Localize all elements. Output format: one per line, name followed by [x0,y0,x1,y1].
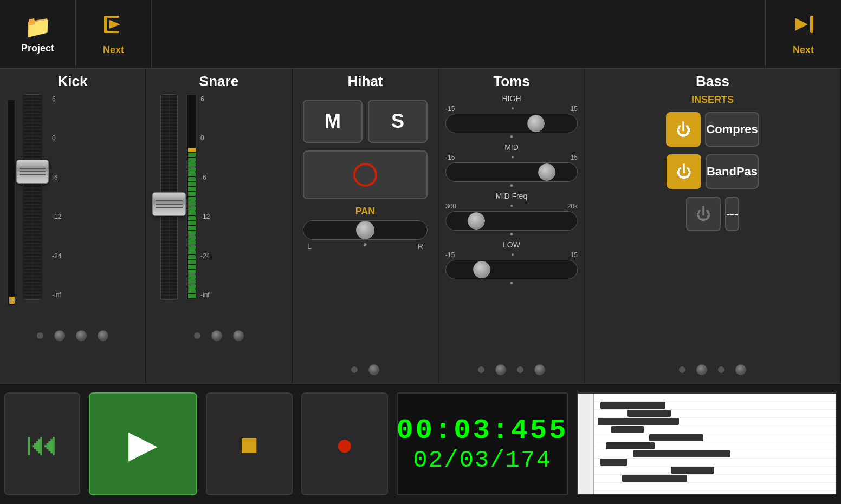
piano-note [627,410,671,417]
bass-title: Bass [696,73,729,90]
kick-footer-knob3[interactable] [98,330,108,341]
kick-scale: 6 0 -6 -12 -24 -inf [52,94,61,300]
project-label: Project [21,43,54,54]
piano-note [671,467,714,474]
hihat-record-button[interactable] [303,150,428,199]
insert2-name-button[interactable]: BandPas [706,154,759,189]
project-button[interactable]: 📁 Project [0,0,76,68]
toms-footer-knob1[interactable] [495,364,506,375]
insert3-row: ⏻ --- [686,197,739,231]
bottom-bar: ⏮ ▶ ■ ● 00:03:455 02/03/174 [0,383,841,504]
bass-footer-knob1[interactable] [696,364,707,375]
inserts-label: INSERTS [691,94,734,106]
kick-title: Kick [58,73,88,90]
low-slider[interactable] [445,260,578,279]
mid-label: MID [445,143,578,152]
mid-min: -15 [445,154,455,161]
stop-button[interactable]: ■ [206,392,293,495]
toms-title: Toms [493,73,529,90]
svg-rect-0 [104,16,107,33]
piano-note [622,475,687,482]
mid-freq-label: MID Freq [445,192,578,200]
play-button[interactable]: ▶ [89,392,197,495]
snare-channel: Snare [146,69,293,383]
low-range: -15 ● 15 [445,251,578,259]
kick-fader-handle[interactable] [16,160,49,184]
toms-eq: HIGH -15 ● 15 MID -15 ● 15 MID F [445,94,578,282]
bass-channel: Bass INSERTS ⏻ Compres ⏻ BandPas ⏻ [585,69,841,383]
snare-footer [194,327,244,344]
kick-footer-knob2[interactable] [76,330,87,341]
snare-footer-knob1[interactable] [211,330,222,341]
mid-freq-max: 20k [567,202,578,210]
mute-label: M [325,110,341,133]
insert2-row: ⏻ BandPas [667,154,759,189]
hihat-mute-button[interactable]: M [303,100,363,143]
kick-small-meter [8,100,15,305]
piano-note [649,434,703,441]
snare-meter [186,94,196,300]
time-display: 00:03:455 02/03/174 [397,392,568,495]
power-icon: ⏻ [676,121,691,139]
snare-footer-knob2[interactable] [233,330,244,341]
bass-footer-dot1 [679,366,685,373]
pan-label: PAN [303,206,428,217]
hihat-footer [351,361,379,378]
kick-footer-knob1[interactable] [54,330,65,341]
insert3-name-button[interactable]: --- [725,197,739,231]
mute-solo-row: M S [303,100,428,143]
next-right-label: Next [793,44,814,56]
high-knob[interactable] [527,115,545,132]
pan-track[interactable] [303,220,428,240]
svg-rect-4 [810,16,813,33]
record-button[interactable]: ● [301,392,388,495]
mid-freq-knob[interactable] [468,212,485,230]
hihat-footer-knob[interactable] [368,364,379,375]
piano-note [600,402,665,409]
insert1-name-button[interactable]: Compres [705,112,759,147]
toms-channel: Toms HIGH -15 ● 15 MID -15 ● 15 [439,69,585,383]
pan-center-dot [364,243,367,246]
snare-fader-handle[interactable] [152,192,186,216]
insert2-power-button[interactable]: ⏻ [667,154,701,189]
svg-marker-3 [109,20,120,29]
mid-freq-slider[interactable] [445,211,578,231]
snare-fader-track [160,94,178,300]
power-icon3: ⏻ [696,205,711,223]
hihat-channel: Hihat M S PAN [293,69,439,383]
top-bar: 📁 Project Next Next [0,0,841,69]
stop-icon: ■ [240,427,258,462]
svg-rect-1 [104,16,119,18]
high-label: HIGH [445,94,578,103]
piano-roll[interactable] [577,392,837,495]
hihat-footer-dot [351,366,358,373]
next-left-button[interactable]: Next [76,0,152,68]
pan-knob[interactable] [356,221,374,239]
insert3-power-button[interactable]: ⏻ [686,197,721,231]
snare-title: Snare [199,73,238,90]
piano-note [633,450,730,457]
pan-right-label: R [418,242,423,251]
kick-fader-track [24,94,41,300]
mid-knob[interactable] [538,163,555,181]
high-slider[interactable] [445,114,578,133]
insert1-power-button[interactable]: ⏻ [666,112,701,147]
mid-range: -15 ● 15 [445,154,578,161]
step-back-button[interactable]: ⏮ [4,392,80,495]
insert1-name: Compres [706,122,758,136]
hihat-solo-button[interactable]: S [368,100,428,143]
kick-footer-dot [37,332,43,339]
piano-roll-grid [595,394,836,494]
next-right-button[interactable]: Next [765,0,841,68]
folder-icon: 📁 [24,14,51,40]
bass-footer-knob2[interactable] [735,364,746,375]
next-left-icon [102,12,126,41]
solo-label: S [391,110,404,133]
mid-slider[interactable] [445,162,578,182]
power-icon2: ⏻ [676,163,691,181]
kick-channel: Kick 6 0 -6 -12 -24 -i [0,69,146,383]
step-back-icon: ⏮ [26,426,59,463]
high-min: -15 [445,105,455,113]
low-knob[interactable] [473,261,490,278]
toms-footer-knob2[interactable] [534,364,545,375]
